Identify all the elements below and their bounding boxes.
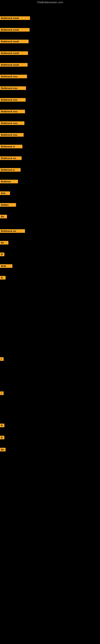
bottleneck-bar-9: Bottleneck resu xyxy=(0,121,24,126)
bottleneck-bar-21: Bottl xyxy=(0,264,12,269)
bottleneck-bar-27: Bo xyxy=(0,448,6,452)
bottleneck-bar-7: Bottleneck resu xyxy=(0,98,26,102)
bottleneck-bar-22: B xyxy=(0,276,6,280)
bottleneck-bar-4: Bottleneck result xyxy=(0,63,28,68)
bottleneck-bar-24: | xyxy=(0,392,3,396)
bottleneck-bar-23: | xyxy=(0,357,3,362)
site-title: TheBottlenecker.com xyxy=(0,0,100,5)
bottleneck-bar-11: Bottleneck re xyxy=(0,145,22,149)
bottleneck-bar-25: B xyxy=(0,424,4,428)
bottleneck-bar-19: Bo xyxy=(0,241,8,245)
bottleneck-bar-26: B xyxy=(0,436,4,440)
bottleneck-bar-0: Bottleneck result xyxy=(0,16,30,21)
bottleneck-bar-10: Bottleneck resu xyxy=(0,133,24,138)
bottleneck-bar-2: Bottleneck result xyxy=(0,40,29,44)
bottleneck-bar-15: Bott xyxy=(0,192,10,196)
bottleneck-bar-14: Bottlenec xyxy=(0,180,18,184)
bottleneck-bar-12: Bottleneck res xyxy=(0,156,22,161)
bottleneck-bar-3: Bottleneck result xyxy=(0,51,28,56)
bottleneck-bar-16: Bottlen xyxy=(0,203,16,208)
bottleneck-bar-17: Bo xyxy=(0,215,7,219)
bottleneck-bar-1: Bottleneck result xyxy=(0,28,30,32)
bottleneck-bar-5: Bottleneck resu xyxy=(0,75,27,79)
bottleneck-bar-6: Bottleneck resu xyxy=(0,86,26,91)
bottleneck-bar-8: Bottleneck resu xyxy=(0,110,25,114)
bottleneck-bar-20: B xyxy=(0,252,4,257)
bottleneck-bar-13: Bottleneck re xyxy=(0,168,21,172)
bottleneck-bar-18: Bottleneck res xyxy=(0,229,25,234)
